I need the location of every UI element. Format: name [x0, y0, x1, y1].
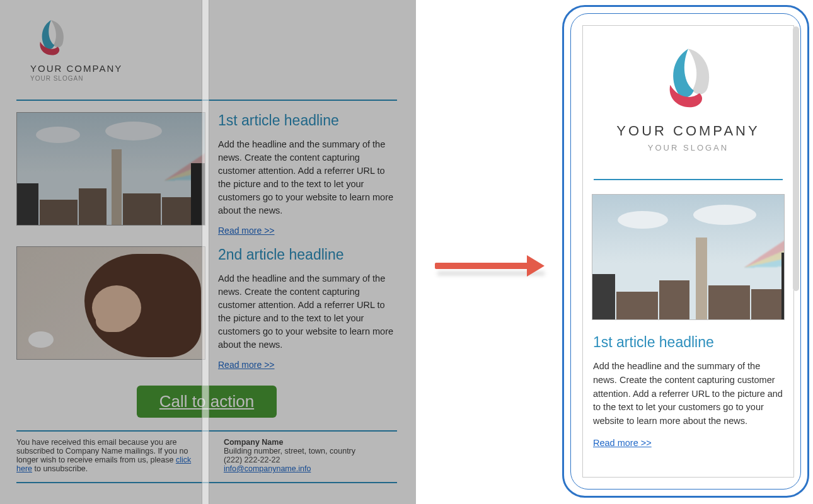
article-2-headline: 2nd article headline	[218, 246, 397, 263]
mobile-viewport[interactable]: YOUR COMPANY YOUR SLOGAN	[582, 25, 794, 478]
footer-phone: (222) 222-22-22	[224, 455, 397, 464]
footer-company-name: Company Name	[224, 438, 397, 447]
divider	[16, 430, 397, 432]
article-1-image[interactable]	[16, 112, 205, 226]
company-slogan: YOUR SLOGAN	[589, 143, 787, 152]
scrollbar[interactable]	[793, 26, 799, 291]
company-name: YOUR COMPANY	[589, 123, 787, 139]
article-2: 2nd article headline Add the headline an…	[11, 246, 402, 381]
company-logo-icon	[654, 45, 723, 114]
arrow-icon	[435, 255, 548, 277]
article-2-image[interactable]	[16, 246, 205, 360]
divider	[16, 482, 397, 483]
mobile-read-more-link[interactable]: Read more >>	[593, 438, 652, 448]
article-2-read-more-link[interactable]: Read more >>	[218, 360, 275, 370]
article-2-summary: Add the headline and the summary of the …	[218, 272, 397, 352]
article-1-summary: Add the headline and the summary of the …	[218, 138, 397, 217]
company-name: YOUR COMPANY	[30, 63, 122, 74]
mobile-preview-frame: YOUR COMPANY YOUR SLOGAN	[562, 5, 809, 498]
footer-email-link[interactable]: info@companyname.info	[224, 464, 311, 473]
article-1: 1st article headline Add the headline an…	[11, 112, 402, 246]
logo-block: YOUR COMPANY YOUR SLOGAN	[583, 26, 793, 163]
divider	[16, 100, 397, 101]
mobile-article-headline: 1st article headline	[593, 334, 783, 351]
divider	[594, 179, 783, 180]
email-footer: You have received this email because you…	[11, 438, 402, 473]
footer-address: Building number, street, town, country	[224, 447, 397, 455]
desktop-preview: YOUR COMPANY YOUR SLOGAN	[0, 0, 416, 504]
mobile-article-image[interactable]	[592, 194, 785, 320]
unsubscribe-post: to unsubscribe.	[32, 464, 88, 473]
mobile-article-summary: Add the headline and the summary of the …	[593, 360, 783, 428]
company-logo-icon	[30, 18, 72, 59]
logo-block: YOUR COMPANY YOUR SLOGAN	[11, 6, 402, 88]
cta-button[interactable]: Call to action	[137, 386, 277, 418]
article-1-read-more-link[interactable]: Read more >>	[218, 226, 275, 236]
article-1-headline: 1st article headline	[218, 112, 397, 129]
unsubscribe-text: You have received this email because you…	[16, 438, 199, 473]
company-slogan: YOUR SLOGAN	[30, 75, 83, 82]
unsubscribe-pre: You have received this email because you…	[16, 438, 188, 464]
